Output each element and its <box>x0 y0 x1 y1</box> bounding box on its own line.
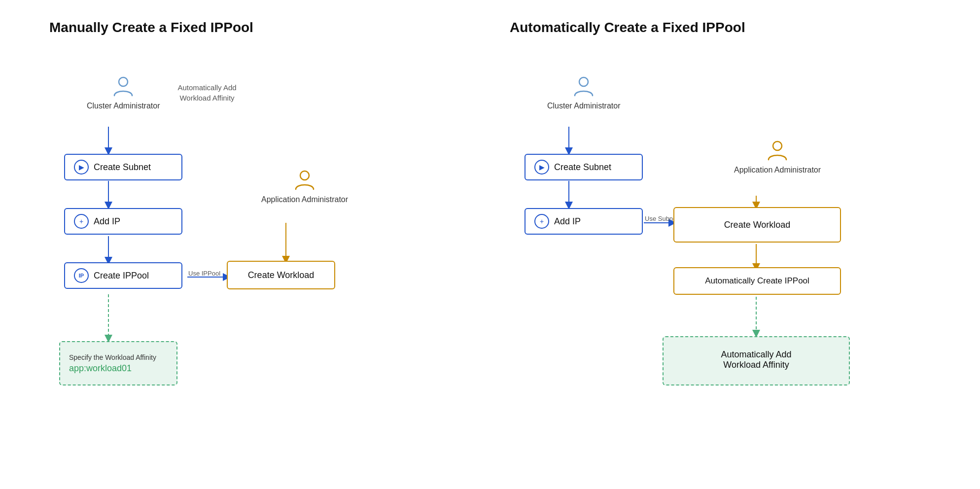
left-create-subnet-label: Create Subnet <box>94 162 151 173</box>
right-arrows-svg <box>510 55 931 459</box>
svg-point-15 <box>773 141 782 150</box>
right-create-subnet-box: ▶ Create Subnet <box>525 154 643 180</box>
right-app-admin-label: Application Administrator <box>734 166 821 175</box>
right-create-subnet-label: Create Subnet <box>554 162 611 173</box>
right-auto-create-ippool-label: Automatically Create IPPool <box>705 276 809 286</box>
left-create-workload-box: Create Workload <box>227 261 335 289</box>
right-create-workload-box: Create Workload <box>673 207 841 243</box>
right-auto-create-ippool-box: Automatically Create IPPool <box>673 267 841 295</box>
left-create-subnet-box: ▶ Create Subnet <box>64 154 182 180</box>
left-diagram-title: Manually Create a Fixed IPPool <box>49 20 253 35</box>
left-diagram: Manually Create a Fixed IPPool <box>30 20 490 459</box>
left-app-admin-label: Application Administrator <box>261 195 348 204</box>
right-plus-icon: + <box>534 214 549 229</box>
left-create-ippool-label: Create IPPool <box>94 271 149 281</box>
right-play-icon: ▶ <box>534 160 549 175</box>
left-arrows-svg <box>49 55 470 459</box>
svg-point-14 <box>579 77 588 86</box>
right-green-label: Automatically AddWorkload Affinity <box>721 349 791 370</box>
right-add-ip-label: Add IP <box>554 216 581 227</box>
left-create-ippool-box: IP Create IPPool <box>64 262 182 289</box>
left-cluster-admin: Cluster Administrator <box>87 75 160 110</box>
left-add-ip-label: Add IP <box>94 216 120 227</box>
right-app-admin: Application Administrator <box>734 139 821 175</box>
diagrams-container: Manually Create a Fixed IPPool <box>30 20 950 459</box>
left-ip-icon: IP <box>74 268 89 283</box>
left-cluster-admin-label: Cluster Administrator <box>87 102 160 110</box>
left-green-label: Specify the Workload Affinity <box>69 353 156 361</box>
left-diagram-body: Cluster Administrator Automatically AddW… <box>49 55 470 459</box>
right-cluster-admin: Cluster Administrator <box>547 75 621 110</box>
svg-point-7 <box>300 171 309 180</box>
left-use-ippool-label: Use IPPool <box>188 270 220 277</box>
right-diagram: Automatically Create a Fixed IPPool <box>490 20 950 459</box>
svg-point-6 <box>119 77 128 86</box>
right-cluster-admin-label: Cluster Administrator <box>547 102 621 110</box>
left-green-value: app:workload01 <box>69 363 132 374</box>
right-add-ip-box: + Add IP <box>525 208 643 235</box>
left-app-admin: Application Administrator <box>261 169 348 204</box>
left-plus-icon: + <box>74 214 89 229</box>
right-create-workload-label: Create Workload <box>724 220 791 230</box>
left-play-icon: ▶ <box>74 160 89 175</box>
left-note: Automatically AddWorkload Affinity <box>168 82 246 103</box>
right-diagram-body: Cluster Administrator ▶ Create Subnet + … <box>510 55 931 459</box>
right-green-box: Automatically AddWorkload Affinity <box>663 336 850 385</box>
left-add-ip-box: + Add IP <box>64 208 182 235</box>
left-green-box: Specify the Workload Affinity app:worklo… <box>59 341 177 385</box>
left-create-workload-label: Create Workload <box>248 270 315 280</box>
right-diagram-title: Automatically Create a Fixed IPPool <box>510 20 745 35</box>
